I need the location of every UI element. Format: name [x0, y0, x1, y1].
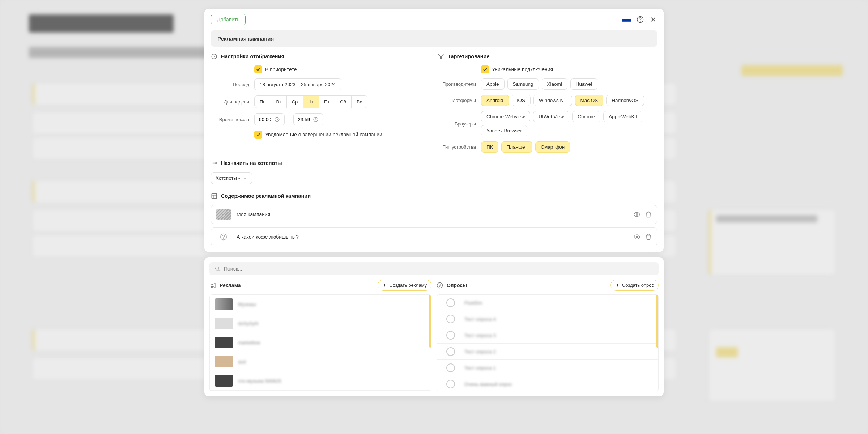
browser-chrome-webview[interactable]: Chrome Webview — [481, 111, 530, 122]
weekday-wed[interactable]: Ср — [287, 96, 303, 108]
svg-point-9 — [224, 238, 224, 239]
svg-point-5 — [214, 163, 214, 163]
priority-checkbox[interactable] — [254, 65, 262, 73]
ads-heading: Реклама — [220, 282, 241, 288]
megaphone-icon — [209, 282, 216, 289]
weekday-mon[interactable]: Пн — [255, 96, 271, 108]
unique-connections-checkbox[interactable] — [481, 65, 489, 73]
list-item[interactable]: Тест опроса 1 — [437, 360, 658, 376]
polls-list: FluidSm Тест опроса 4 Тест опроса 3 Тест… — [437, 294, 659, 391]
device-tablet[interactable]: Планшет — [501, 141, 533, 153]
platform-harmonyos[interactable]: HarmonyOS — [606, 95, 644, 106]
weekday-thu[interactable]: Чт — [303, 96, 319, 108]
help-icon[interactable] — [636, 16, 644, 24]
period-picker[interactable]: 18 августа 2023 – 25 января 2024 — [254, 78, 341, 90]
svg-point-11 — [216, 267, 219, 270]
close-icon[interactable] — [649, 16, 657, 24]
plus-icon — [615, 283, 620, 288]
list-item[interactable]: Сладк Ст979 — [210, 391, 431, 391]
chevron-down-icon — [243, 176, 247, 180]
search-input[interactable] — [224, 266, 654, 272]
browser-chrome[interactable]: Chrome — [572, 111, 600, 122]
help-icon — [437, 282, 443, 289]
time-to-input[interactable]: 23:59 — [293, 113, 324, 125]
svg-point-7 — [636, 214, 638, 216]
broadcast-icon — [211, 160, 217, 166]
unique-connections-label: Уникальные подключения — [492, 67, 553, 72]
browser-yandex[interactable]: Yandex Browser — [481, 125, 527, 136]
poll-icon — [216, 231, 231, 242]
list-item[interactable]: FluidSm — [437, 295, 658, 311]
targeting-heading: Таргетирование — [448, 54, 490, 59]
manufacturers-label: Производители — [438, 81, 481, 87]
clock-icon — [211, 53, 217, 60]
notify-checkbox[interactable] — [254, 131, 262, 139]
device-smartphone[interactable]: Смартфон — [535, 141, 570, 153]
create-ad-button[interactable]: Создать рекламу — [378, 280, 431, 291]
platform-windows-nt[interactable]: Windows NT — [533, 95, 572, 106]
list-item[interactable]: Музнаш — [210, 295, 431, 314]
eye-icon[interactable] — [634, 234, 640, 240]
list-item[interactable]: marketlow — [210, 333, 431, 352]
clock-icon — [313, 116, 319, 122]
trash-icon[interactable] — [645, 211, 652, 218]
display-settings-section: Настройки отображения В приоритете Перио… — [211, 53, 430, 158]
browsers-label: Браузеры — [438, 121, 481, 127]
list-item[interactable]: asd — [210, 352, 431, 371]
manufacturer-huawei[interactable]: Huawei — [570, 78, 597, 90]
search-icon — [214, 266, 220, 272]
list-item[interactable]: doSySyN — [210, 314, 431, 333]
content-item-title: А какой кофе любишь ты? — [237, 234, 628, 240]
scrollbar[interactable] — [429, 295, 431, 348]
list-item[interactable]: Тест опроса 4 — [437, 311, 658, 327]
content-item: Моя кампания — [211, 205, 657, 224]
weekday-sat[interactable]: Сб — [335, 96, 352, 108]
plus-icon — [382, 283, 387, 288]
list-item[interactable]: Тест опроса 2 — [437, 344, 658, 360]
campaign-title: Рекламная кампания — [211, 30, 657, 47]
priority-label: В приоритете — [265, 67, 297, 72]
browser-applewebkit[interactable]: AppleWebKit — [603, 111, 642, 122]
scrollbar[interactable] — [656, 295, 658, 348]
layout-icon — [211, 193, 217, 199]
content-item-title: Моя кампания — [237, 212, 628, 217]
platform-ios[interactable]: iOS — [512, 95, 531, 106]
hotspots-dropdown[interactable]: Хотспоты - — [211, 172, 252, 184]
manufacturer-samsung[interactable]: Samsung — [507, 78, 539, 90]
weekday-sun[interactable]: Вс — [352, 96, 367, 108]
svg-point-13 — [440, 286, 440, 287]
show-time-label: Время показа — [211, 117, 254, 122]
platform-android[interactable]: Android — [481, 95, 509, 106]
notify-label: Уведомление о завершении рекламной кампа… — [265, 132, 382, 137]
targeting-section: Таргетирование Уникальные подключения Пр… — [438, 53, 657, 158]
browser-uiwebview[interactable]: UIWebView — [533, 111, 569, 122]
list-item[interactable]: Очень важный опрос — [437, 376, 658, 391]
manufacturer-apple[interactable]: Apple — [481, 78, 505, 90]
time-from-input[interactable]: 00:00 — [254, 113, 285, 125]
weekday-tue[interactable]: Вт — [271, 96, 287, 108]
search-bar — [209, 262, 659, 275]
content-section: Содержимое рекламной кампании Моя кампан… — [204, 193, 664, 246]
trash-icon[interactable] — [645, 234, 652, 240]
create-poll-button[interactable]: Создать опрос — [610, 280, 659, 291]
ads-list: Музнаш doSySyN marketlow asd что-музыка … — [209, 294, 431, 391]
device-pc[interactable]: ПК — [481, 141, 498, 153]
list-item[interactable]: что-музыка 500625 — [210, 371, 431, 391]
weekday-fri[interactable]: Пт — [319, 96, 335, 108]
language-flag-ru[interactable] — [622, 17, 631, 22]
eye-icon[interactable] — [634, 211, 640, 218]
platform-macos[interactable]: Mac OS — [575, 95, 604, 106]
platforms-label: Платформы — [438, 98, 481, 103]
manufacturer-xiaomi[interactable]: Xiaomi — [542, 78, 567, 90]
device-type-label: Тип устройства — [438, 144, 481, 150]
add-button[interactable]: Добавить — [211, 14, 246, 25]
weekday-selector: Пн Вт Ср Чт Пт Сб Вс — [254, 95, 367, 108]
content-item: А какой кофе любишь ты? — [211, 227, 657, 246]
polls-column: Опросы Создать опрос FluidSm Тест опроса… — [437, 280, 659, 391]
modal-header: Добавить — [204, 9, 664, 30]
hotspots-heading: Назначить на хотспоты — [221, 160, 282, 166]
filter-icon — [438, 53, 444, 60]
clock-icon — [274, 116, 280, 122]
list-item[interactable]: Тест опроса 3 — [437, 327, 658, 344]
ads-column: Реклама Создать рекламу Музнаш doSySyN m… — [209, 280, 431, 391]
